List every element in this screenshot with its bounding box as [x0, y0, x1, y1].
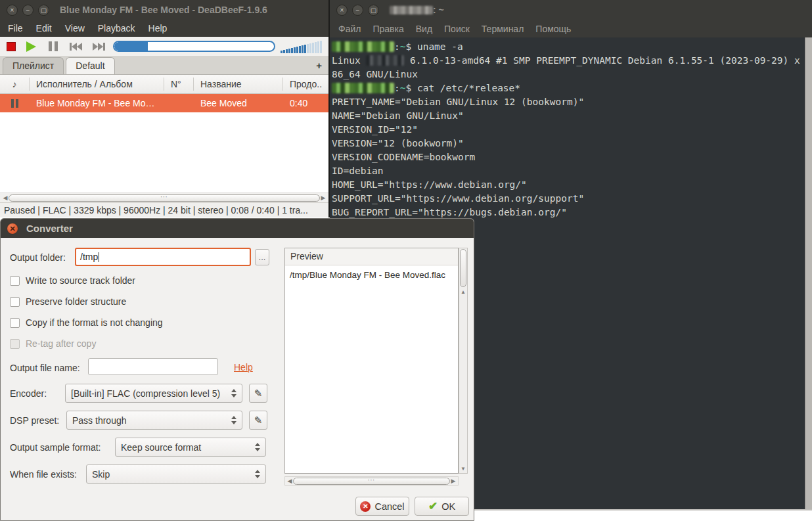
scroll-down-icon[interactable]: ▼ — [461, 466, 466, 472]
volume-bar — [283, 50, 285, 53]
cancel-button[interactable]: ✕ Cancel — [355, 497, 409, 516]
menu-view[interactable]: Вид — [410, 24, 438, 34]
play-button[interactable] — [26, 41, 36, 52]
ok-button[interactable]: ✔ OK — [415, 497, 469, 516]
terminal-scrollbar[interactable] — [805, 37, 812, 509]
menu-edit[interactable]: Правка — [367, 24, 409, 34]
menu-file[interactable]: File — [1, 23, 30, 34]
deadbeef-toolbar — [0, 37, 328, 56]
dsp-preset-select[interactable]: Pass through — [66, 411, 242, 430]
scroll-up-icon[interactable]: ▲ — [461, 289, 466, 295]
column-title[interactable]: Название — [194, 78, 283, 91]
checkbox-preserve-folder[interactable]: Preserve folder structure — [10, 296, 126, 307]
spinner-arrows-icon — [231, 416, 237, 424]
list-item[interactable]: /tmp/Blue Monday FM - Bee Moved.flac — [285, 265, 458, 280]
volume-bar — [286, 49, 288, 53]
volume-bar — [304, 45, 306, 53]
column-artist-album[interactable]: Исполнитель / Альбом — [30, 78, 164, 91]
spinner-arrows-icon — [255, 470, 260, 478]
playlist-empty-area — [0, 112, 328, 193]
stop-button[interactable] — [7, 42, 16, 51]
terminal-line: HOME_URL="https://www.debian.org/" — [332, 178, 805, 192]
minimize-icon[interactable]: − — [352, 5, 363, 16]
column-duration[interactable]: Продо.. — [283, 78, 328, 91]
checkbox-retag-after-copy: Re-tag after copy — [10, 338, 96, 349]
encoder-select[interactable]: [Built-in] FLAC (compression level 5) — [65, 384, 242, 403]
volume-bar — [307, 44, 309, 53]
terminal-line: VERSION="12 (bookworm)" — [332, 137, 805, 150]
row-track-no — [164, 97, 194, 110]
volume-bar — [299, 46, 301, 53]
menu-terminal[interactable]: Терминал — [476, 24, 530, 34]
terminal-menubar: Файл Правка Вид Поиск Терминал Помощь — [330, 20, 812, 37]
maximize-icon[interactable]: ▢ — [38, 5, 49, 16]
pause-button[interactable] — [49, 41, 58, 51]
checkbox-icon[interactable] — [10, 276, 20, 286]
scroll-left-icon[interactable]: ◀ — [2, 194, 9, 201]
checkbox-icon[interactable] — [10, 318, 20, 328]
scroll-left-icon[interactable]: ◀ — [286, 478, 293, 484]
close-icon[interactable]: × — [336, 5, 348, 16]
redacted-host — [366, 55, 404, 66]
next-track-button[interactable] — [93, 43, 105, 51]
pencil-icon: ✎ — [254, 388, 263, 399]
preview-vertical-scrollbar[interactable]: ▲ ▼ — [459, 248, 468, 474]
checkbox-icon — [10, 339, 20, 349]
terminal-line: :~$ uname -a — [332, 40, 805, 54]
help-link[interactable]: Help — [234, 362, 253, 373]
terminal-line: VERSION_CODENAME=bookworm — [332, 150, 805, 164]
scrollbar-thumb[interactable] — [9, 194, 320, 202]
tab-playlist[interactable]: Плейлист — [3, 57, 64, 74]
scroll-right-icon[interactable]: ▶ — [320, 194, 327, 201]
scrollbar-thumb[interactable] — [293, 478, 450, 485]
scroll-right-icon[interactable]: ▶ — [450, 478, 457, 484]
spinner-arrows-icon — [255, 443, 260, 451]
checkbox-copy-if-not-changing[interactable]: Copy if the format is not changing — [10, 317, 163, 328]
output-file-name-input[interactable] — [88, 358, 218, 375]
menu-edit[interactable]: Edit — [30, 23, 58, 34]
table-row[interactable]: Blue Monday FM - Bee Mo… Bee Moved 0:40 — [0, 94, 328, 112]
terminal-titlebar[interactable]: × − ▢ : ~ — [330, 0, 812, 20]
preview-panel: Preview /tmp/Blue Monday FM - Bee Moved.… — [284, 248, 459, 474]
browse-button[interactable]: ... — [255, 249, 269, 265]
row-duration: 0:40 — [283, 97, 328, 110]
spinner-arrows-icon — [231, 389, 237, 397]
volume-bar — [315, 42, 317, 53]
menu-view[interactable]: View — [58, 23, 91, 34]
checkbox-icon[interactable] — [10, 297, 20, 307]
menu-file[interactable]: Файл — [332, 24, 367, 34]
menu-search[interactable]: Поиск — [438, 24, 476, 34]
edit-dsp-button[interactable]: ✎ — [249, 411, 267, 430]
volume-bar — [320, 41, 322, 53]
volume-bar — [294, 47, 296, 53]
preview-horizontal-scrollbar[interactable]: ◀ ▶ — [284, 476, 459, 486]
scrollbar-thumb[interactable] — [460, 249, 466, 287]
terminal-line: ID=debian — [332, 164, 805, 178]
column-track-no[interactable]: N° — [164, 78, 194, 91]
output-sample-format-select[interactable]: Keep source format — [115, 438, 266, 457]
maximize-icon[interactable]: ▢ — [368, 5, 379, 16]
volume-bars[interactable] — [281, 40, 322, 53]
encoder-label: Encoder: — [10, 388, 47, 399]
previous-track-button[interactable] — [70, 43, 82, 51]
converter-titlebar[interactable]: ✕ Converter — [1, 219, 474, 238]
checkbox-write-to-source[interactable]: Write to source track folder — [10, 275, 135, 286]
playlist-column-header: ♪ Исполнитель / Альбом N° Название Продо… — [0, 75, 328, 94]
output-folder-label: Output folder: — [10, 252, 66, 263]
column-playing[interactable]: ♪ — [0, 78, 30, 91]
seekbar[interactable] — [113, 41, 275, 52]
close-icon[interactable]: × — [7, 5, 18, 16]
menu-help[interactable]: Help — [142, 23, 174, 34]
edit-encoder-button[interactable]: ✎ — [249, 384, 267, 403]
minimize-icon[interactable]: − — [22, 5, 34, 16]
output-folder-input[interactable]: /tmp — [75, 248, 251, 266]
menu-playback[interactable]: Playback — [91, 23, 142, 34]
add-tab-button[interactable]: + — [316, 60, 322, 71]
deadbeef-titlebar[interactable]: × − ▢ Blue Monday FM - Bee Moved - DeaDB… — [0, 0, 328, 20]
playlist-horizontal-scrollbar[interactable]: ◀ ▶ — [0, 193, 328, 202]
close-icon[interactable]: ✕ — [7, 223, 18, 235]
tab-default[interactable]: Default — [66, 57, 114, 74]
menu-help[interactable]: Помощь — [530, 24, 577, 34]
when-file-exists-select[interactable]: Skip — [86, 464, 266, 484]
preview-header[interactable]: Preview — [285, 248, 458, 265]
